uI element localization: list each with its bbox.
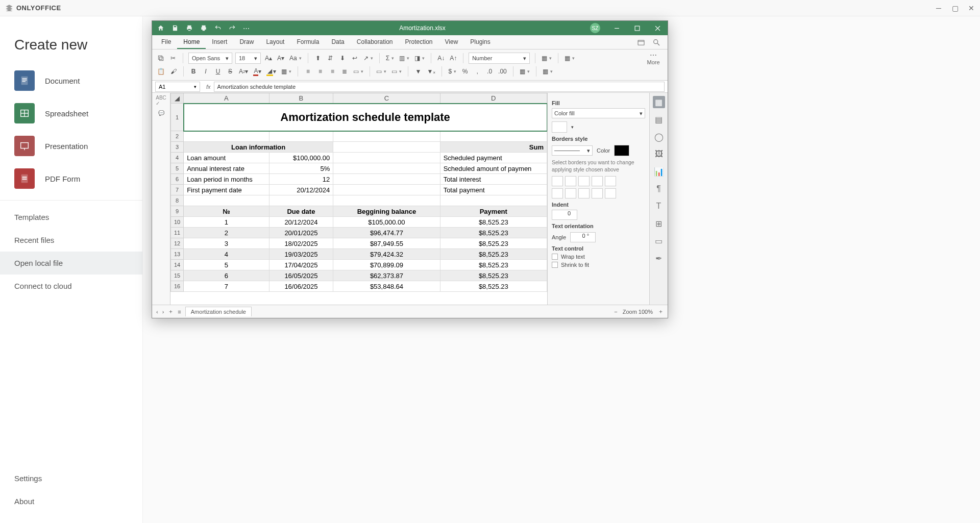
wrap-text-checkbox[interactable]: Wrap text — [552, 254, 645, 260]
row-header[interactable]: 7 — [171, 185, 184, 195]
comma-icon[interactable]: , — [473, 66, 482, 77]
percent-icon[interactable]: % — [460, 66, 470, 77]
create-pdf-form[interactable]: PDF Form — [0, 162, 142, 195]
wrap-icon[interactable]: ↩ — [350, 53, 359, 63]
zoom-in-icon[interactable]: ＋ — [658, 308, 664, 315]
copy-icon[interactable] — [156, 53, 165, 63]
indent-input[interactable]: 0 — [552, 210, 577, 220]
fx-icon[interactable]: fx — [203, 84, 214, 90]
create-document[interactable]: Document — [0, 64, 142, 97]
slicer-tab-icon[interactable]: ▭ — [653, 235, 665, 247]
border-none-icon[interactable] — [565, 176, 576, 186]
border-vert-icon[interactable] — [565, 188, 576, 198]
nav-about[interactable]: About — [0, 490, 142, 513]
sheet-tab[interactable]: Amortization schedule — [185, 307, 252, 316]
merge-icon[interactable]: ▭ — [352, 66, 364, 77]
menu-plugins[interactable]: Plugins — [464, 35, 496, 49]
search-icon[interactable] — [652, 38, 660, 46]
autosum-icon[interactable]: Σ — [385, 53, 395, 63]
row-header[interactable]: 10 — [171, 217, 184, 228]
redo-icon[interactable] — [229, 24, 236, 32]
named-range-icon[interactable]: ▭ — [375, 66, 387, 77]
align-top-icon[interactable]: ⬆ — [313, 53, 323, 63]
add-sheet-icon[interactable]: ＋ — [168, 308, 174, 315]
align-bottom-icon[interactable]: ⬇ — [338, 53, 347, 63]
row-header[interactable]: 2 — [171, 131, 184, 142]
align-left-icon[interactable]: ≡ — [303, 66, 312, 77]
border-inner-icon[interactable] — [578, 176, 590, 186]
menu-draw[interactable]: Draw — [233, 35, 260, 49]
col-header-B[interactable]: B — [269, 93, 333, 104]
signature-tab-icon[interactable]: ✒ — [653, 252, 665, 264]
textart-tab-icon[interactable]: T — [653, 200, 665, 212]
clear-filter-icon[interactable]: ▼ₓ — [426, 66, 436, 77]
menu-insert[interactable]: Insert — [206, 35, 233, 49]
col-header-D[interactable]: D — [440, 93, 547, 104]
minimize-button[interactable] — [606, 21, 627, 35]
strike-icon[interactable]: S — [226, 66, 235, 77]
maximize-icon[interactable]: ▢ — [951, 5, 959, 12]
cell-title[interactable]: Amortization schedule template — [184, 104, 547, 131]
open-location-icon[interactable] — [637, 38, 645, 46]
fill-color-swatch[interactable] — [552, 121, 567, 133]
cut-icon[interactable]: ✂ — [168, 53, 178, 63]
nav-open-local[interactable]: Open local file — [0, 252, 142, 275]
zoom-out-icon[interactable]: − — [614, 309, 617, 315]
fill-mode-select[interactable]: Color fill▾ — [552, 108, 645, 118]
align-center-icon[interactable]: ≡ — [315, 66, 325, 77]
pivot-tab-icon[interactable]: ⊞ — [653, 217, 665, 230]
create-presentation[interactable]: Presentation — [0, 130, 142, 162]
menu-collaboration[interactable]: Collaboration — [351, 35, 399, 49]
border-top-icon[interactable] — [592, 188, 603, 198]
paragraph-tab-icon[interactable]: ¶ — [653, 183, 665, 195]
border-all-icon[interactable] — [552, 176, 563, 186]
close-icon[interactable]: ✕ — [968, 5, 975, 12]
italic-icon[interactable]: I — [201, 66, 210, 77]
cond-format-icon[interactable]: ▦ — [564, 53, 576, 63]
bold-icon[interactable]: B — [189, 66, 198, 77]
border-bottom-icon[interactable] — [605, 188, 616, 198]
change-case-icon[interactable]: Aa — [288, 53, 303, 63]
table-settings-tab-icon[interactable]: ▤ — [653, 113, 665, 126]
format-painter-icon[interactable]: 🖌 — [169, 66, 178, 77]
delete-cells-icon[interactable]: ▦ — [519, 66, 531, 77]
customize-icon[interactable]: ⋯ — [243, 24, 250, 32]
formula-input[interactable]: Amortization schedule template — [214, 82, 665, 92]
number-format-select[interactable]: Number▾ — [469, 53, 530, 64]
dec-decimal-icon[interactable]: .0 — [485, 66, 494, 77]
font-color-icon[interactable]: A▾ — [252, 66, 262, 77]
user-avatar[interactable]: SZ — [590, 23, 600, 33]
col-header-C[interactable]: C — [333, 93, 440, 104]
nav-connect-cloud[interactable]: Connect to cloud — [0, 275, 142, 297]
border-left-icon[interactable] — [552, 188, 563, 198]
menu-file[interactable]: File — [155, 35, 177, 49]
row-header[interactable]: 5 — [171, 163, 184, 174]
borders-icon[interactable]: ▦ — [280, 66, 292, 77]
cell-settings-tab-icon[interactable]: ▦ — [653, 96, 665, 108]
chart-settings-tab-icon[interactable]: 📊 — [653, 165, 665, 178]
prev-sheet-icon[interactable]: ‹ — [156, 309, 158, 315]
row-header[interactable]: 16 — [171, 281, 184, 292]
more-button[interactable]: ⋯ More — [643, 51, 664, 65]
row-header[interactable]: 13 — [171, 249, 184, 260]
insert-func-icon[interactable]: ▭ — [390, 66, 403, 77]
menu-view[interactable]: View — [439, 35, 464, 49]
table-template-icon[interactable]: ▦ — [542, 66, 554, 77]
maximize-button[interactable] — [627, 21, 647, 35]
menu-formula[interactable]: Formula — [290, 35, 325, 49]
sheet-list-icon[interactable]: ≡ — [178, 309, 181, 315]
inc-font-icon[interactable]: A▴ — [264, 53, 273, 63]
row-header[interactable]: 9 — [171, 206, 184, 217]
home-icon[interactable] — [157, 24, 164, 32]
inc-decimal-icon[interactable]: .00 — [497, 66, 508, 77]
border-outer-icon[interactable] — [592, 176, 603, 186]
nav-templates[interactable]: Templates — [0, 206, 142, 229]
row-header[interactable]: 12 — [171, 238, 184, 249]
paste-icon[interactable]: 📋 — [156, 66, 166, 77]
create-spreadsheet[interactable]: Spreadsheet — [0, 97, 142, 130]
border-diag-icon[interactable] — [605, 176, 616, 186]
border-style-select[interactable]: ▾ — [552, 145, 593, 156]
filter-icon[interactable]: ▼ — [413, 66, 423, 77]
align-justify-icon[interactable]: ≣ — [340, 66, 349, 77]
menu-data[interactable]: Data — [325, 35, 350, 49]
